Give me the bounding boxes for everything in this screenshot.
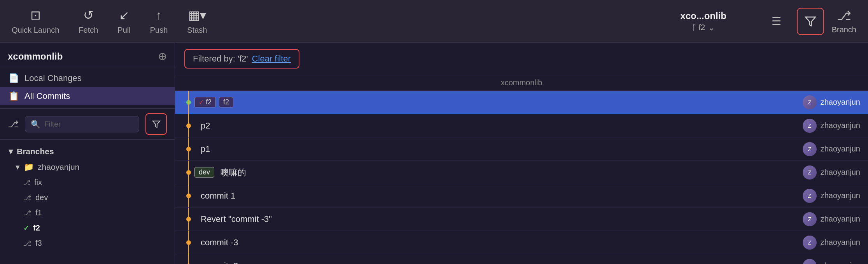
commit-message: commit -3 <box>194 238 803 248</box>
branch-item-f1[interactable]: ⎇ f1 <box>0 205 175 220</box>
branch-item-fix[interactable]: ⎇̈ fix <box>0 175 175 190</box>
sidebar-all-commits-label: All Commits <box>24 91 70 101</box>
branch-item-dev[interactable]: ⎇ dev <box>0 190 175 205</box>
author-name: zhaoyanjun <box>821 215 860 224</box>
branches-label: Branches <box>17 147 54 156</box>
author-name: zhaoyanjun <box>821 191 860 200</box>
hamburger-button[interactable]: ☰ <box>772 15 781 28</box>
commit-row[interactable]: ✓ f2 f2 Z zhaoyanjun <box>175 91 868 114</box>
commit-row[interactable]: commit 1 Z zhaoyanjun <box>175 184 868 208</box>
right-panel: Filtered by: 'f2' Clear filter xcommonli… <box>175 43 868 264</box>
branch-selector-current: ᚴ f2 <box>692 23 705 32</box>
folder-zhaoyanjun[interactable]: ▾ 📁 zhaoyanjun <box>0 159 175 175</box>
quick-launch-icon: ⊡ <box>30 8 41 23</box>
branches-section-header[interactable]: ▾ Branches <box>0 144 175 159</box>
folder-name: zhaoyanjun <box>38 162 79 172</box>
quick-launch-label: Quick Launch <box>12 26 59 35</box>
branch-tree-icon[interactable]: ⎇ <box>8 119 19 130</box>
author-name: zhaoyanjun <box>821 98 860 107</box>
stash-icon: ▦▾ <box>188 8 206 23</box>
branch-button[interactable]: ⎇ Branch <box>832 8 856 34</box>
toolbar-center: xco...onlib ᚴ f2 ⌄ <box>635 11 772 32</box>
quick-launch-button[interactable]: ⊡ Quick Launch <box>12 8 59 35</box>
commit-message: 噢嘛的 <box>214 167 803 178</box>
author-name: zhaoyanjun <box>821 121 860 130</box>
branch-icon: ⎇ <box>837 8 851 23</box>
commit-row[interactable]: p1 Z zhaoyanjun <box>175 137 868 161</box>
author-avatar: Z <box>803 236 817 250</box>
repo-subtitle: xcommonlib <box>175 75 868 91</box>
author-name: zhaoyanjun <box>821 261 860 264</box>
f2-check-icon: ✓ <box>23 224 29 232</box>
fix-branch-icon: ⎇̈ <box>23 179 30 186</box>
commit-row[interactable]: commit -3 Z zhaoyanjun <box>175 231 868 254</box>
sidebar-nav: 📄 Local Changes 📋 All Commits <box>0 66 175 109</box>
branch-item-f3[interactable]: ⎇ f3 <box>0 236 175 251</box>
branch-button-label: Branch <box>832 25 856 34</box>
branch-selector[interactable]: ᚴ f2 ⌄ <box>692 23 715 32</box>
filter-top-button[interactable] <box>797 8 824 35</box>
svg-marker-1 <box>152 121 159 127</box>
pull-icon: ↙ <box>119 8 130 23</box>
sidebar: xcommonlib ⊕ 📄 Local Changes 📋 All Commi… <box>0 43 175 264</box>
branch-tag-f2: f2 <box>219 97 233 107</box>
sidebar-toolbar: ⎇ 🔍 Filter <box>0 109 175 140</box>
push-label: Push <box>150 26 168 35</box>
commit-tags: dev <box>194 167 214 178</box>
fetch-icon: ↺ <box>83 8 94 23</box>
sidebar-item-all-commits[interactable]: 📋 All Commits <box>0 87 175 105</box>
pull-button[interactable]: ↙ Pull <box>117 8 130 35</box>
push-button[interactable]: ↑ Push <box>150 8 168 35</box>
clear-filter-link[interactable]: Clear filter <box>252 54 291 64</box>
push-icon: ↑ <box>156 8 162 23</box>
author-avatar: Z <box>803 119 817 133</box>
commit-list: ✓ f2 f2 Z zhaoyanjun p2 Z zhaoyanjun <box>175 91 868 264</box>
stash-label: Stash <box>187 26 207 35</box>
f1-branch-icon: ⎇ <box>23 209 32 217</box>
commit-author: Z zhaoyanjun <box>803 165 860 180</box>
author-name: zhaoyanjun <box>821 238 860 247</box>
toolbar: ⊡ Quick Launch ↺ Fetch ↙ Pull ↑ Push ▦▾ … <box>0 0 868 43</box>
author-avatar: Z <box>803 189 817 203</box>
checkmark-icon: ✓ <box>199 99 204 106</box>
chevron-folder-icon: ▾ <box>16 162 20 172</box>
commit-message: p1 <box>194 144 803 154</box>
author-name: zhaoyanjun <box>821 168 860 177</box>
branch-dev-label: dev <box>35 193 48 202</box>
filter-sidebar-button[interactable] <box>145 113 167 135</box>
branch-f1-label: f1 <box>35 208 42 217</box>
filter-search-icon: 🔍 <box>31 120 40 129</box>
stash-button[interactable]: ▦▾ Stash <box>187 8 207 35</box>
f3-branch-icon: ⎇ <box>23 239 32 248</box>
commit-row[interactable]: dev 噢嘛的 Z zhaoyanjun <box>175 161 868 184</box>
branch-tag-f2-check: ✓ f2 <box>194 97 216 107</box>
sidebar-item-local-changes[interactable]: 📄 Local Changes <box>0 69 175 87</box>
fetch-button[interactable]: ↺ Fetch <box>79 8 98 35</box>
commit-row[interactable]: commit -2 Z zhaoyanjun <box>175 254 868 264</box>
author-name: zhaoyanjun <box>821 144 860 153</box>
branch-tag-dev: dev <box>194 167 214 178</box>
commit-message: p2 <box>194 121 803 131</box>
commit-tags: ✓ f2 f2 <box>194 97 233 107</box>
author-avatar: Z <box>803 259 817 264</box>
commit-message: Revert "commit -3" <box>194 214 803 224</box>
commit-author: Z zhaoyanjun <box>803 212 860 226</box>
commit-author: Z zhaoyanjun <box>803 142 860 156</box>
commit-message: commit -2 <box>194 261 803 264</box>
commit-author: Z zhaoyanjun <box>803 119 860 133</box>
local-changes-icon: 📄 <box>9 73 19 83</box>
repo-name-display: xco...onlib <box>680 11 726 21</box>
commit-row[interactable]: p2 Z zhaoyanjun <box>175 114 868 137</box>
filter-placeholder-text: Filter <box>44 120 61 128</box>
commit-author: Z zhaoyanjun <box>803 236 860 250</box>
fetch-label: Fetch <box>79 26 98 35</box>
commit-row[interactable]: Revert "commit -3" Z zhaoyanjun <box>175 208 868 231</box>
add-repo-button[interactable]: ⊕ <box>158 50 167 63</box>
filter-bar-box: Filtered by: 'f2' Clear filter <box>184 49 299 69</box>
filter-input-container[interactable]: 🔍 Filter <box>25 116 139 132</box>
branch-chevron-icon: ⌄ <box>708 23 715 32</box>
sidebar-tree: ▾ Branches ▾ 📁 zhaoyanjun ⎇̈ fix ⎇ dev ⎇… <box>0 140 175 264</box>
author-avatar: Z <box>803 212 817 226</box>
author-avatar: Z <box>803 165 817 180</box>
branch-item-f2[interactable]: ✓ f2 <box>0 220 175 236</box>
